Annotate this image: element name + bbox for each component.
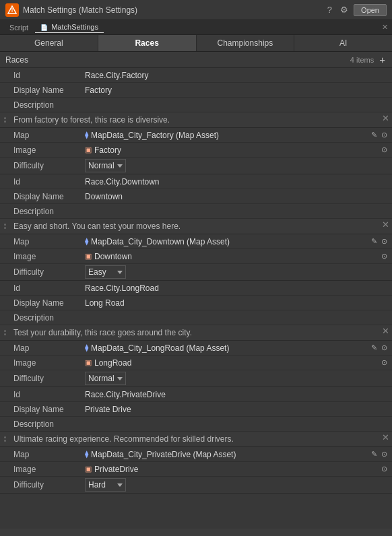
close-icon[interactable]: ✕ — [382, 23, 388, 32]
map-icons: ✎ ⊙ — [370, 343, 388, 353]
race-card: Id Race.City.PrivateDrive Display Name P… — [0, 387, 392, 494]
id-value: Race.City.Downtown — [81, 175, 392, 189]
map-label: Map — [0, 341, 81, 355]
map-asset-text: ⧫ MapData_City_PrivateDrive (Map Asset) — [85, 450, 236, 459]
drag-handle[interactable] — [4, 436, 6, 442]
difficulty-select-wrap: EasyNormalHard — [81, 370, 392, 387]
settings-button[interactable]: ⚙ — [337, 3, 351, 16]
tab-general-label: General — [34, 38, 63, 48]
id-label: Id — [0, 69, 81, 82]
difficulty-row: Difficulty EasyNormalHard — [0, 477, 392, 493]
difficulty-label: Difficulty — [0, 478, 81, 492]
view-map-button[interactable]: ⊙ — [381, 236, 388, 246]
difficulty-label: Difficulty — [0, 265, 81, 279]
description-label-row: Description — [0, 310, 392, 325]
description-text: Easy and short. You can test your moves … — [13, 222, 181, 231]
section-header-right: 4 items + — [350, 55, 387, 65]
file-tab-bar: Script 📄 MatchSettings ✕ — [0, 20, 392, 35]
section-title: Races — [5, 55, 28, 65]
close-card-button[interactable]: ✕ — [382, 433, 389, 442]
map-asset-icon: ⧫ — [85, 343, 88, 352]
map-row: Map ⧫ MapData_City_Downtown (Map Asset) … — [0, 234, 392, 249]
view-image-button[interactable]: ⊙ — [381, 464, 388, 474]
description-text: Ultimate racing experience. Recommended … — [13, 434, 234, 444]
display-name-value: Downtown — [81, 190, 392, 203]
difficulty-label: Difficulty — [0, 159, 81, 172]
map-label: Map — [0, 448, 81, 461]
drag-handle[interactable] — [4, 117, 6, 123]
edit-map-button[interactable]: ✎ — [370, 236, 378, 246]
image-icons: ⊙ — [381, 464, 388, 474]
map-value-area: ⧫ MapData_City_LongRoad (Map Asset) ✎ ⊙ — [81, 341, 392, 355]
image-value-area: ▣ Downtown ⊙ — [81, 249, 392, 263]
tab-races[interactable]: Races — [98, 35, 197, 51]
id-row: Id Race.City.Factory — [0, 68, 392, 83]
tab-championships[interactable]: Championships — [197, 35, 295, 51]
map-value-area: ⧫ MapData_City_Factory (Map Asset) ✎ ⊙ — [81, 128, 392, 142]
race-card: Id Race.City.Downtown Display Name Downt… — [0, 174, 392, 281]
difficulty-select-wrap: EasyNormalHard — [81, 477, 392, 493]
race-card: Id Race.City.Factory Display Name Factor… — [0, 68, 392, 174]
map-row: Map ⧫ MapData_City_LongRoad (Map Asset) … — [0, 341, 392, 356]
image-icons: ⊙ — [381, 145, 388, 155]
display-name-label: Display Name — [0, 83, 81, 97]
view-map-button[interactable]: ⊙ — [381, 449, 388, 459]
id-row: Id Race.City.PrivateDrive — [0, 387, 392, 402]
image-asset-icon: ▣ — [85, 358, 92, 367]
image-row: Image ▣ Downtown ⊙ — [0, 249, 392, 264]
image-label: Image — [0, 143, 81, 157]
difficulty-select[interactable]: EasyNormalHard — [85, 159, 126, 172]
map-value-area: ⧫ MapData_City_Downtown (Map Asset) ✎ ⊙ — [81, 234, 392, 248]
close-card-button[interactable]: ✕ — [382, 220, 389, 229]
map-asset-text: ⧫ MapData_City_LongRoad (Map Asset) — [85, 343, 229, 353]
display-name-row: Display Name Downtown — [0, 189, 392, 204]
edit-map-button[interactable]: ✎ — [370, 343, 378, 353]
tab-championships-label: Championships — [218, 38, 273, 48]
view-map-button[interactable]: ⊙ — [381, 130, 388, 140]
id-value: Race.City.LongRoad — [81, 281, 392, 295]
display-name-label: Display Name — [0, 190, 81, 203]
difficulty-select[interactable]: EasyNormalHard — [85, 265, 126, 279]
difficulty-select[interactable]: EasyNormalHard — [85, 478, 126, 492]
display-name-value: Private Drive — [81, 403, 392, 416]
tab-general[interactable]: General — [0, 35, 98, 51]
close-card-button[interactable]: ✕ — [382, 114, 389, 123]
image-asset-text: ▣ PrivateDrive — [85, 465, 138, 474]
view-map-button[interactable]: ⊙ — [381, 343, 388, 353]
description-label-row: Description — [0, 98, 392, 112]
unity-logo — [5, 3, 19, 17]
view-image-button[interactable]: ⊙ — [381, 145, 388, 155]
open-button[interactable]: Open — [354, 4, 387, 16]
description-block: From factory to forest, this race is div… — [0, 112, 392, 128]
id-value: Race.City.Factory — [81, 69, 392, 82]
display-name-value: Long Road — [81, 296, 392, 310]
display-name-row: Display Name Private Drive — [0, 402, 392, 417]
view-image-button[interactable]: ⊙ — [381, 358, 388, 368]
difficulty-row: Difficulty EasyNormalHard — [0, 264, 392, 280]
image-value-area: ▣ PrivateDrive ⊙ — [81, 462, 392, 476]
title-bar: Match Settings (Match Settings) ? ⚙ Open — [0, 0, 392, 20]
close-card-button[interactable]: ✕ — [382, 327, 389, 335]
difficulty-select[interactable]: EasyNormalHard — [85, 372, 126, 385]
drag-handle[interactable] — [4, 330, 6, 335]
match-settings-tab[interactable]: 📄 MatchSettings — [35, 22, 104, 33]
edit-map-button[interactable]: ✎ — [370, 449, 378, 459]
display-name-row: Display Name Long Road — [0, 296, 392, 310]
image-icons: ⊙ — [381, 251, 388, 261]
map-asset-text: ⧫ MapData_City_Factory (Map Asset) — [85, 131, 219, 140]
map-asset-text: ⧫ MapData_City_Downtown (Map Asset) — [85, 237, 230, 246]
edit-map-button[interactable]: ✎ — [370, 130, 378, 140]
description-label-row: Description — [0, 417, 392, 432]
view-image-button[interactable]: ⊙ — [381, 251, 388, 261]
description-block: Ultimate racing experience. Recommended … — [0, 432, 392, 447]
image-asset-text: ▣ LongRoad — [85, 358, 131, 368]
image-asset-text: ▣ Factory — [85, 145, 121, 155]
help-button[interactable]: ? — [325, 3, 335, 16]
drag-handle[interactable] — [4, 224, 6, 229]
description-text: Test your durability, this race goes aro… — [13, 328, 192, 337]
file-tabs: Script 📄 MatchSettings — [4, 22, 104, 33]
script-tab[interactable]: Script — [4, 22, 34, 33]
map-label: Map — [0, 235, 81, 248]
tab-ai[interactable]: AI — [294, 35, 392, 51]
add-race-button[interactable]: + — [378, 55, 387, 65]
